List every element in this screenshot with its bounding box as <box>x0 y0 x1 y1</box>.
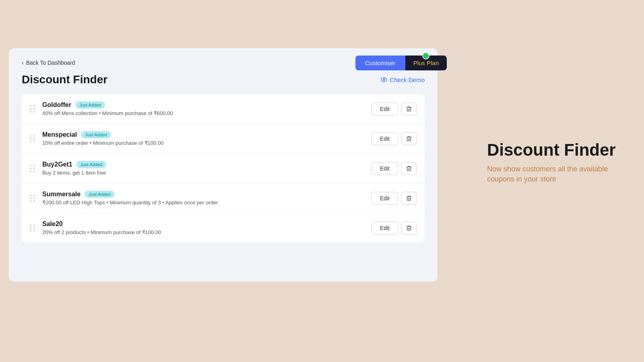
edit-button[interactable]: Edit <box>372 192 398 205</box>
just-added-badge: Just Added <box>76 161 106 168</box>
main-panel: ‹ Back To Dashboard Discount Finder Chec… <box>9 48 438 282</box>
back-link-label: Back To Dashboard <box>26 60 75 66</box>
discount-item: Buy2Get1 Just Added Buy 2 items, get 1 i… <box>22 154 425 183</box>
customiser-button[interactable]: Customiser <box>355 56 405 70</box>
trash-icon <box>406 225 412 231</box>
discount-item: Sale20 20% off 2 products • Minimum purc… <box>22 213 425 243</box>
eye-icon <box>381 76 387 83</box>
just-added-badge: Just Added <box>81 131 111 138</box>
item-name-row: Sale20 <box>42 220 372 228</box>
item-info: Sale20 20% off 2 products • Minimum purc… <box>42 220 372 235</box>
right-panel: Discount Finder Now show customers all t… <box>475 133 644 193</box>
trash-icon <box>406 165 412 172</box>
trash-icon <box>406 136 412 142</box>
discount-list: Goldoffer Just Added 40% off Mens collec… <box>22 94 425 243</box>
drag-handle[interactable] <box>30 195 36 202</box>
item-description: ₹200.00 off LED High Tops • Minimum quan… <box>42 200 372 206</box>
item-name: Menspecial <box>42 131 77 138</box>
edit-button[interactable]: Edit <box>372 222 398 234</box>
item-actions: Edit <box>372 103 417 115</box>
right-panel-title: Discount Finder <box>487 141 632 159</box>
item-actions: Edit <box>372 162 417 175</box>
item-info: Goldoffer Just Added 40% off Mens collec… <box>42 101 372 116</box>
item-actions: Edit <box>372 192 417 205</box>
drag-handle[interactable] <box>30 105 36 113</box>
page-title: Discount Finder <box>22 73 107 86</box>
item-name: Goldoffer <box>42 101 71 109</box>
delete-button[interactable] <box>401 192 417 205</box>
item-info: Buy2Get1 Just Added Buy 2 items, get 1 i… <box>42 161 372 176</box>
item-description: Buy 2 items, get 1 item free <box>42 170 372 176</box>
discount-item: Goldoffer Just Added 40% off Mens collec… <box>22 94 425 124</box>
item-name-row: Summersale Just Added <box>42 191 372 198</box>
item-info: Menspecial Just Added 10% off entire ord… <box>42 131 372 146</box>
trash-icon <box>406 195 412 202</box>
right-panel-subtitle: Now show customers all the available cou… <box>487 164 632 184</box>
edit-button[interactable]: Edit <box>372 103 398 115</box>
button-group: Customiser Plus Plan <box>355 56 447 70</box>
check-demo-label: Check Demo <box>390 76 425 83</box>
item-name: Buy2Get1 <box>42 161 72 168</box>
item-actions: Edit <box>372 222 417 234</box>
plus-plan-button[interactable]: Plus Plan <box>405 56 447 70</box>
item-name: Summersale <box>42 191 80 198</box>
trash-icon <box>406 106 412 112</box>
item-description: 20% off 2 products • Minimum purchase of… <box>42 229 372 235</box>
top-bar: Discount Finder Check Demo <box>22 73 425 86</box>
delete-button[interactable] <box>401 222 417 234</box>
item-actions: Edit <box>372 132 417 145</box>
drag-handle[interactable] <box>30 165 36 172</box>
drag-handle[interactable] <box>30 135 36 142</box>
item-name-row: Buy2Get1 Just Added <box>42 161 372 168</box>
discount-item: Summersale Just Added ₹200.00 off LED Hi… <box>22 183 425 213</box>
item-name: Sale20 <box>42 220 63 228</box>
header-right: Check Demo <box>381 76 425 83</box>
edit-button[interactable]: Edit <box>372 132 398 145</box>
chevron-left-icon: ‹ <box>22 60 24 66</box>
delete-button[interactable] <box>401 162 417 175</box>
item-description: 10% off entire order • Minimum purchase … <box>42 140 372 146</box>
item-info: Summersale Just Added ₹200.00 off LED Hi… <box>42 191 372 206</box>
check-demo-link[interactable]: Check Demo <box>381 76 425 83</box>
drag-handle[interactable] <box>30 224 36 232</box>
svg-point-0 <box>383 79 385 80</box>
item-description: 40% off Mens collection • Minimum purcha… <box>42 110 372 116</box>
just-added-badge: Just Added <box>75 101 105 109</box>
discount-item: Menspecial Just Added 10% off entire ord… <box>22 124 425 154</box>
green-dot-indicator <box>422 52 429 60</box>
delete-button[interactable] <box>401 103 417 115</box>
item-name-row: Menspecial Just Added <box>42 131 372 138</box>
delete-button[interactable] <box>401 132 417 145</box>
just-added-badge: Just Added <box>85 191 114 198</box>
edit-button[interactable]: Edit <box>372 162 398 175</box>
item-name-row: Goldoffer Just Added <box>42 101 372 109</box>
